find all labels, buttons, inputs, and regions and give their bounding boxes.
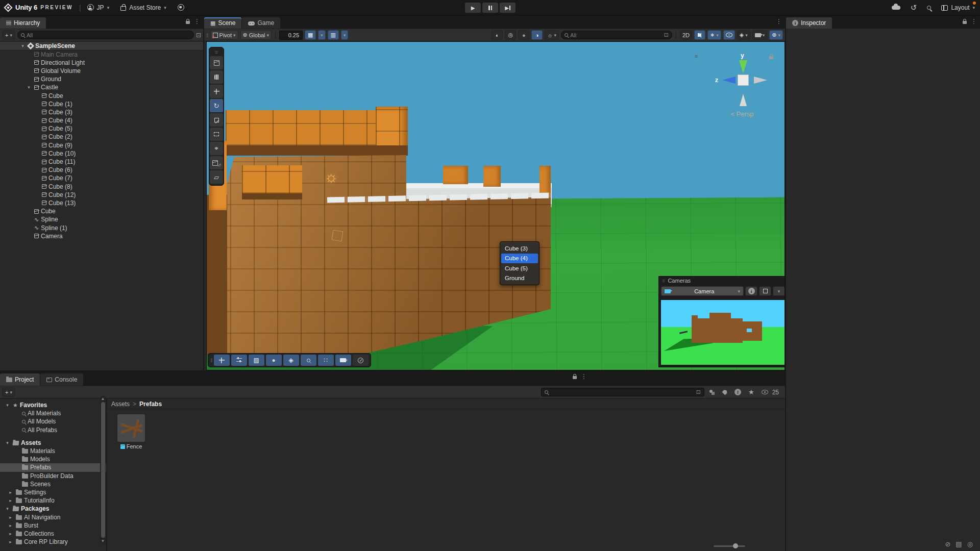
hierarchy-search-input[interactable]: All — [17, 31, 194, 39]
scroll-down-icon[interactable]: ▼ — [100, 539, 106, 543]
context-menu-item[interactable]: Ground — [501, 273, 538, 284]
kebab-menu-icon[interactable]: ⋮ — [971, 18, 977, 25]
search-overlay-button[interactable] — [301, 355, 316, 366]
scale-tool-button[interactable] — [210, 113, 223, 127]
rotate-tool-button[interactable]: ↻ — [210, 99, 223, 112]
hierarchy-item[interactable]: ▸ Cube (11) — [0, 158, 203, 166]
scene-visibility-button[interactable] — [723, 30, 735, 40]
probuilder-tool-button[interactable]: ▱ — [210, 170, 223, 184]
orientation-gizmo[interactable]: ≡ y z — [715, 54, 771, 110]
toolbar-grip[interactable]: ‖ — [206, 32, 208, 38]
transform-overlay-button[interactable]: ∷ — [318, 355, 334, 366]
hierarchy-item[interactable]: ▸ Main Camera — [0, 51, 203, 59]
pivot-mode-button[interactable]: Pivot ▾ — [210, 30, 238, 40]
hierarchy-item[interactable]: ▸ ∿ Spline (1) — [0, 223, 203, 232]
expand-arrow-icon[interactable]: ▾ — [4, 506, 11, 511]
camera-overlay-button[interactable] — [335, 355, 351, 366]
hierarchy-item[interactable]: ▸ Cube (13) — [0, 199, 203, 207]
used-by-icon[interactable]: ! — [734, 389, 741, 395]
custom-tool-button[interactable]: ◿ — [210, 156, 223, 169]
project-tree-item[interactable]: ▸ Materials — [0, 447, 106, 455]
layout-dropdown[interactable]: Layout ▾ — [941, 4, 975, 11]
camera-options-dropdown[interactable]: ▾ — [773, 286, 785, 296]
sphere-overlay-button[interactable]: ● — [266, 355, 282, 366]
shadows-toggle-button[interactable]: ● — [518, 30, 529, 40]
breadcrumb-assets[interactable]: Assets — [111, 400, 130, 408]
hierarchy-item[interactable]: ▸ Cube (3) — [0, 108, 203, 116]
effects-toggle-button[interactable]: ∗▾ — [707, 30, 721, 40]
kebab-menu-icon[interactable]: ⋮ — [581, 373, 587, 380]
hierarchy-item[interactable]: ▸ Camera — [0, 232, 203, 240]
lighting-toggle-button[interactable]: ◑ — [531, 30, 543, 40]
kebab-menu-icon[interactable]: ⋮ — [776, 18, 782, 25]
status-ok-icon[interactable]: ◎ — [967, 540, 973, 548]
project-search-input[interactable]: ⊡ — [541, 388, 704, 396]
hierarchy-item[interactable]: ▸ Cube (5) — [0, 124, 203, 133]
project-tree-item[interactable]: ▸ All Materials — [0, 409, 106, 417]
expand-arrow-icon[interactable]: ▸ — [7, 490, 14, 495]
project-tree-item[interactable]: ▸ Burst — [0, 521, 106, 530]
scroll-up-icon[interactable]: ▲ — [100, 396, 106, 401]
gizmo-center-cube[interactable] — [738, 74, 749, 86]
project-tree-item[interactable]: ▸ AI Navigation — [0, 513, 106, 521]
expand-arrow-icon[interactable]: ▾ — [4, 403, 11, 408]
expand-arrow-icon[interactable]: ▸ — [7, 498, 14, 503]
tab-console[interactable]: Console — [40, 373, 83, 386]
hierarchy-item[interactable]: ▸ Cube (12) — [0, 191, 203, 199]
grid-overlay-button[interactable]: ▨ — [249, 355, 264, 366]
hierarchy-item[interactable]: ▸ Cube (1) — [0, 100, 203, 108]
tree-scrollbar[interactable]: ▲ ▼ — [100, 396, 106, 544]
hierarchy-item[interactable]: ▸ Cube — [0, 91, 203, 99]
overlay-grip[interactable]: ‖ — [210, 357, 212, 363]
history-icon[interactable]: ↺ — [911, 3, 917, 12]
hierarchy-item[interactable]: ▸ Cube (4) — [0, 116, 203, 124]
context-menu-item[interactable]: Cube (4) — [501, 254, 538, 264]
favorites-filter-icon[interactable]: ★ — [748, 390, 754, 395]
move-tool-button[interactable] — [210, 85, 223, 98]
project-tree-item[interactable]: ▸ All Prefabs — [0, 426, 106, 434]
grid-visibility-dropdown[interactable]: ▾ — [318, 30, 326, 40]
rect-tool-button[interactable] — [210, 128, 223, 141]
directional-light-gizmo[interactable]: ☼ — [324, 168, 338, 186]
project-tree-item[interactable]: ▸ Prefabs — [0, 463, 106, 471]
y-axis-cone[interactable] — [739, 60, 747, 73]
scene-search-input[interactable]: All ⊡ — [561, 31, 672, 39]
tab-project[interactable]: Project — [0, 373, 40, 386]
expand-arrow-icon[interactable]: ▾ — [19, 43, 26, 48]
hierarchy-item[interactable]: ▸ Cube (2) — [0, 133, 203, 141]
expand-arrow-icon[interactable]: ▸ — [7, 539, 14, 544]
settings-overlay-button[interactable] — [231, 355, 247, 366]
hierarchy-item[interactable]: ▸ Cube (6) — [0, 166, 203, 174]
compass-overlay-button[interactable] — [353, 355, 369, 366]
audio-toggle-button[interactable] — [694, 30, 705, 40]
x-axis-cone[interactable] — [754, 77, 767, 84]
tab-inspector[interactable]: i Inspector — [786, 17, 832, 29]
lock-icon[interactable] — [963, 21, 967, 24]
slider-knob[interactable] — [733, 543, 738, 548]
snap-increment-field[interactable]: 0.25 — [279, 31, 303, 40]
volume-gizmo[interactable] — [332, 230, 344, 242]
hierarchy-item[interactable]: ▸ Directional Light — [0, 59, 203, 67]
overlay-grip[interactable]: ≡ — [215, 49, 218, 55]
project-tree-item[interactable]: ▸ Scenes — [0, 480, 106, 488]
project-tree-item[interactable]: ▸ TutorialInfo — [0, 496, 106, 505]
grid-visibility-button[interactable]: ▦ — [305, 30, 316, 40]
handle-orientation-button[interactable]: ⊕ Global ▾ — [240, 30, 272, 40]
overlay-grip[interactable]: ≡ — [695, 53, 697, 59]
transform-tool-button[interactable]: ⌖ — [210, 142, 223, 155]
project-tree-item[interactable]: ▸ Models — [0, 455, 106, 463]
tab-game[interactable]: Game — [242, 17, 280, 29]
expand-search-icon[interactable]: ⊡ — [664, 32, 669, 38]
hierarchy-item[interactable]: ▾ Castle — [0, 83, 203, 91]
overlay-grip[interactable]: ≡ — [662, 278, 665, 284]
perspective-label[interactable]: < Persp — [714, 110, 770, 118]
view-tool-button[interactable] — [210, 70, 223, 84]
lock-icon[interactable] — [186, 21, 190, 24]
tab-hierarchy[interactable]: Hierarchy — [0, 17, 46, 29]
context-menu-item[interactable]: Cube (3) — [501, 243, 538, 254]
z-axis-cone[interactable] — [722, 77, 736, 84]
cloud-icon[interactable] — [892, 6, 900, 10]
camera-info-button[interactable]: i — [745, 286, 757, 296]
prefab-overlay-button[interactable]: ◈ — [283, 355, 299, 366]
cache-status-icon[interactable]: ▤ — [955, 540, 962, 548]
